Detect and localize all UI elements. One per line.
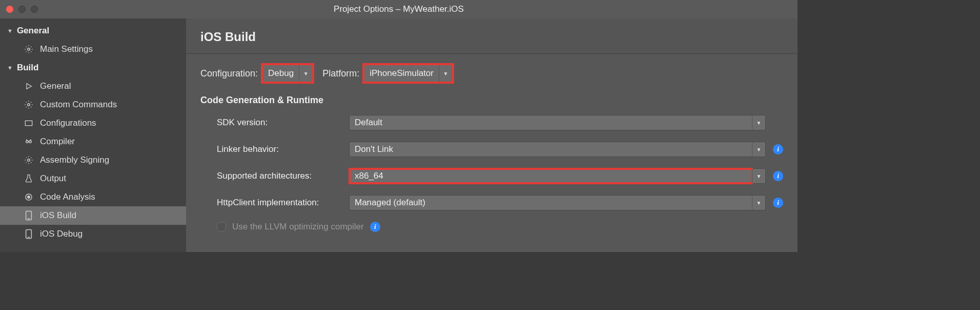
httpclient-label: HttpClient implementation: (200, 198, 349, 208)
config-row: Configuration: Debug ▼ Platform: iPhoneS… (200, 65, 783, 82)
main-pane: iOS Build Configuration: Debug ▼ Platfor… (186, 18, 798, 252)
sidebar-item-code-analysis[interactable]: Code Analysis (0, 188, 186, 206)
page-title: iOS Build (200, 30, 783, 44)
arch-label: Supported architectures: (200, 171, 349, 181)
sidebar-item-ios-debug[interactable]: iOS Debug (0, 225, 186, 243)
sidebar-item-configurations[interactable]: Configurations (0, 114, 186, 132)
phone-icon (24, 229, 34, 239)
sidebar-item-label: Assembly Signing (40, 155, 109, 165)
sidebar-item-label: Output (40, 173, 66, 184)
sidebar-section-label: General (17, 26, 49, 36)
sidebar-item-custom-commands[interactable]: Custom Commands (0, 95, 186, 114)
chevron-down-icon: ▼ (7, 28, 13, 34)
sidebar-item-build-general[interactable]: General (0, 77, 186, 95)
info-icon[interactable]: i (773, 144, 783, 154)
info-icon[interactable]: i (773, 171, 783, 181)
main-header: iOS Build (186, 18, 798, 54)
sdk-select[interactable]: Default ▼ (349, 115, 766, 130)
svg-point-5 (29, 141, 32, 143)
svg-marker-1 (27, 84, 31, 89)
platform-label: Platform: (322, 68, 359, 79)
sidebar-section-general[interactable]: ▼ General (0, 22, 186, 40)
svg-point-2 (28, 104, 30, 106)
sidebar-item-label: iOS Debug (40, 229, 83, 239)
section-title: Code Generation & Runtime (200, 95, 783, 106)
sidebar-item-label: Compiler (40, 137, 75, 147)
sidebar-item-main-settings[interactable]: Main Settings (0, 40, 186, 59)
sidebar-item-label: Configurations (40, 118, 96, 128)
form-row-linker: Linker behavior: Don't Link ▼ i (200, 142, 783, 157)
linker-value: Don't Link (350, 142, 752, 157)
httpclient-value: Managed (default) (350, 196, 752, 210)
chevron-down-icon: ▼ (752, 169, 765, 183)
form-row-httpclient: HttpClient implementation: Managed (defa… (200, 195, 783, 210)
svg-point-0 (28, 48, 30, 51)
svg-rect-3 (25, 121, 32, 125)
llvm-checkbox[interactable] (217, 222, 226, 231)
sdk-value: Default (350, 115, 752, 130)
sidebar: ▼ General Main Settings ▼ Build General … (0, 18, 186, 252)
target-icon (24, 192, 34, 202)
svg-point-6 (28, 159, 30, 162)
linker-select[interactable]: Don't Link ▼ (349, 142, 766, 157)
form-row-sdk: SDK version: Default ▼ (200, 115, 783, 130)
rectangle-icon (24, 120, 34, 127)
form-row-arch: Supported architectures: x86_64 ▼ i (200, 168, 783, 184)
robot-icon (24, 138, 34, 146)
gear-icon (24, 45, 34, 54)
chevron-down-icon: ▼ (752, 115, 765, 130)
gear-icon (24, 100, 34, 109)
chevron-down-icon: ▼ (752, 196, 765, 210)
arch-value: x86_64 (350, 169, 752, 183)
configuration-dropdown[interactable]: Debug ▼ (263, 65, 312, 82)
sidebar-item-assembly-signing[interactable]: Assembly Signing (0, 151, 186, 169)
llvm-label: Use the LLVM optimizing compiler (232, 222, 364, 232)
platform-value: iPhoneSimulator (364, 65, 439, 82)
svg-point-4 (26, 141, 29, 143)
flask-icon (24, 174, 34, 183)
sidebar-item-compiler[interactable]: Compiler (0, 132, 186, 151)
chevron-down-icon: ▼ (7, 65, 13, 71)
arch-select[interactable]: x86_64 ▼ (349, 168, 766, 184)
sidebar-section-build[interactable]: ▼ Build (0, 59, 186, 77)
sdk-label: SDK version: (200, 118, 349, 128)
sidebar-item-label: General (40, 81, 71, 91)
sidebar-item-label: Code Analysis (40, 192, 95, 202)
gear-icon (24, 156, 34, 165)
phone-icon (24, 210, 34, 221)
svg-point-8 (28, 196, 30, 199)
chevron-down-icon: ▼ (299, 65, 312, 82)
chevron-down-icon: ▼ (752, 142, 765, 157)
configuration-label: Configuration: (200, 68, 258, 79)
sidebar-section-label: Build (17, 63, 39, 73)
sidebar-item-output[interactable]: Output (0, 169, 186, 188)
llvm-checkbox-row: Use the LLVM optimizing compiler i (200, 222, 783, 232)
window-title: Project Options – MyWeather.iOS (0, 4, 798, 14)
httpclient-select[interactable]: Managed (default) ▼ (349, 195, 766, 210)
titlebar: Project Options – MyWeather.iOS (0, 0, 798, 18)
info-icon[interactable]: i (370, 222, 380, 232)
play-icon (24, 82, 34, 90)
sidebar-item-label: iOS Build (40, 210, 76, 221)
sidebar-item-ios-build[interactable]: iOS Build (0, 206, 186, 225)
sidebar-item-label: Main Settings (40, 44, 93, 54)
configuration-value: Debug (263, 65, 299, 82)
platform-dropdown[interactable]: iPhoneSimulator ▼ (364, 65, 452, 82)
info-icon[interactable]: i (773, 198, 783, 208)
sidebar-item-label: Custom Commands (40, 100, 117, 110)
linker-label: Linker behavior: (200, 144, 349, 154)
chevron-down-icon: ▼ (439, 65, 452, 82)
